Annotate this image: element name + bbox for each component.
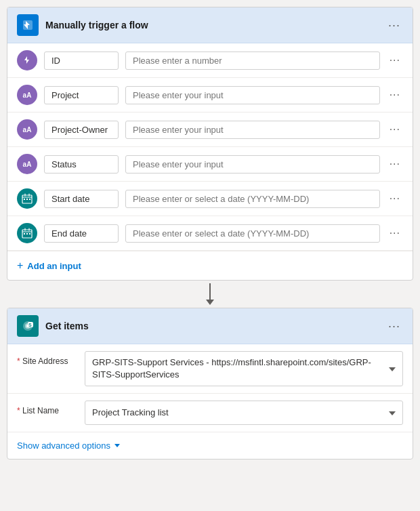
project-owner-input[interactable]	[125, 121, 380, 139]
start-date-row: Start date ···	[7, 182, 413, 216]
site-address-chevron-icon	[389, 367, 396, 371]
show-advanced-chevron-icon	[114, 444, 120, 447]
id-row-dots[interactable]: ···	[387, 53, 403, 68]
site-address-value: GRP-SITS-Support Services - https://msfi…	[92, 356, 383, 381]
show-advanced-button[interactable]: Show advanced options	[7, 432, 413, 459]
end-date-input[interactable]	[125, 224, 380, 243]
list-name-required-star: *	[17, 406, 20, 415]
end-date-label: End date	[44, 224, 119, 243]
svg-rect-7	[26, 233, 28, 234]
add-input-plus-icon: +	[17, 260, 23, 272]
site-address-required-star: *	[17, 356, 20, 366]
site-address-select[interactable]: GRP-SITS-Support Services - https://msfi…	[85, 351, 403, 386]
status-icon: aA	[17, 154, 37, 174]
project-icon: aA	[17, 85, 37, 105]
arrow-connector	[206, 281, 214, 308]
start-date-icon	[17, 188, 37, 209]
svg-rect-4	[29, 199, 30, 200]
project-owner-row: aA Project-Owner ···	[7, 113, 413, 147]
trigger-card: Manually trigger a flow ··· ID ··· aA Pr…	[7, 7, 413, 281]
svg-text:S: S	[28, 323, 32, 327]
get-items-title: Get items	[45, 321, 89, 331]
start-date-label: Start date	[44, 190, 119, 208]
start-date-input[interactable]	[125, 190, 380, 208]
status-row-dots[interactable]: ···	[387, 157, 403, 171]
svg-rect-3	[26, 199, 28, 200]
site-address-label: * Site Address	[17, 351, 78, 366]
list-name-chevron-icon	[389, 411, 396, 415]
project-input[interactable]	[125, 86, 380, 104]
id-row: ID ···	[7, 43, 413, 78]
arrow-head	[206, 300, 214, 305]
get-items-card: S Get items ··· * Site Address GRP-SITS-…	[7, 308, 413, 459]
page-container: Manually trigger a flow ··· ID ··· aA Pr…	[0, 0, 420, 466]
start-date-row-dots[interactable]: ···	[387, 191, 403, 206]
get-items-dots-menu[interactable]: ···	[385, 316, 403, 336]
get-items-header: S Get items ···	[7, 308, 413, 344]
trigger-dots-menu[interactable]: ···	[385, 16, 403, 35]
project-owner-label: Project-Owner	[44, 121, 119, 139]
end-date-icon	[17, 223, 37, 243]
id-input[interactable]	[125, 52, 380, 70]
project-row: aA Project ···	[7, 78, 413, 113]
id-icon	[17, 50, 37, 70]
status-label: Status	[44, 155, 119, 173]
list-name-row: * List Name Project Tracking list	[7, 394, 413, 432]
arrow-line	[209, 283, 211, 300]
add-input-label: Add an input	[27, 261, 81, 271]
id-label: ID	[44, 52, 119, 70]
list-name-value: Project Tracking list	[92, 407, 383, 419]
get-items-header-left: S Get items	[17, 315, 89, 337]
project-owner-icon: aA	[17, 119, 37, 140]
project-label: Project	[44, 86, 119, 104]
end-date-row-dots[interactable]: ···	[387, 226, 403, 241]
end-date-row: End date ···	[7, 216, 413, 251]
trigger-icon	[17, 14, 39, 36]
list-name-select[interactable]: Project Tracking list	[85, 401, 403, 425]
sharepoint-icon: S	[17, 315, 39, 337]
trigger-title: Manually trigger a flow	[45, 20, 148, 30]
svg-rect-8	[29, 233, 30, 234]
site-address-row: * Site Address GRP-SITS-Support Services…	[7, 344, 413, 394]
trigger-header-left: Manually trigger a flow	[17, 14, 148, 36]
svg-rect-6	[24, 233, 25, 234]
add-input-button[interactable]: + Add an input	[7, 251, 413, 280]
status-row: aA Status ···	[7, 147, 413, 182]
list-name-label: * List Name	[17, 401, 78, 415]
trigger-card-header: Manually trigger a flow ···	[7, 7, 413, 43]
show-advanced-label: Show advanced options	[17, 441, 110, 451]
svg-rect-2	[24, 199, 25, 200]
project-row-dots[interactable]: ···	[387, 87, 403, 102]
arrow-down	[206, 283, 214, 305]
status-input[interactable]	[125, 155, 380, 173]
project-owner-row-dots[interactable]: ···	[387, 122, 403, 137]
